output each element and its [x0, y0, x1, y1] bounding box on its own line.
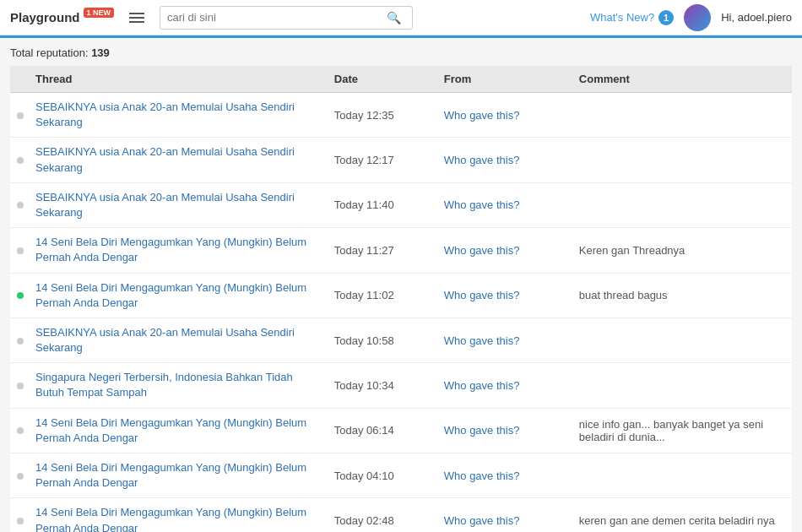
- who-gave-link[interactable]: Who gave this?: [444, 109, 520, 122]
- search-input[interactable]: [167, 11, 387, 24]
- dot-cell: [10, 408, 27, 453]
- thread-link[interactable]: Singapura Negeri Terbersih, Indonesia Ba…: [35, 371, 293, 399]
- who-gave-link[interactable]: Who gave this?: [444, 514, 520, 527]
- date-cell: Today 12:17: [326, 138, 436, 182]
- comment-cell: Keren gan Threadnya: [571, 228, 792, 273]
- hamburger-line-1: [129, 13, 144, 14]
- date-cell: Today 10:58: [326, 318, 436, 362]
- status-dot: [17, 338, 24, 345]
- from-cell: Who gave this?: [436, 408, 571, 453]
- table-row: SEBAIKNYA usia Anak 20-an Memulai Usaha …: [10, 93, 792, 138]
- thread-cell: SEBAIKNYA usia Anak 20-an Memulai Usaha …: [27, 93, 326, 138]
- logo-text: Playground: [10, 10, 80, 24]
- whats-new-label[interactable]: What's New?: [590, 11, 654, 24]
- content-area: Total reputation: 139 Thread Date From C…: [0, 38, 802, 532]
- thread-cell: 14 Seni Bela Diri Mengagumkan Yang (Mung…: [27, 453, 326, 498]
- col-from: From: [436, 66, 571, 93]
- dot-cell: [10, 498, 27, 532]
- dot-cell: [10, 318, 27, 362]
- from-cell: Who gave this?: [436, 273, 571, 318]
- search-box: 🔍: [160, 6, 413, 30]
- who-gave-link[interactable]: Who gave this?: [444, 198, 520, 211]
- thread-cell: 14 Seni Bela Diri Mengagumkan Yang (Mung…: [27, 408, 326, 453]
- thread-link[interactable]: SEBAIKNYA usia Anak 20-an Memulai Usaha …: [35, 191, 295, 219]
- date-cell: Today 12:35: [326, 93, 436, 138]
- table-row: 14 Seni Bela Diri Mengagumkan Yang (Mung…: [10, 273, 792, 318]
- comment-cell: buat thread bagus: [571, 273, 792, 318]
- col-date: Date: [326, 66, 436, 93]
- from-cell: Who gave this?: [436, 93, 571, 138]
- total-reputation: Total reputation: 139: [10, 46, 792, 59]
- dot-cell: [10, 93, 27, 138]
- date-cell: Today 04:10: [326, 453, 436, 498]
- date-cell: Today 02:48: [326, 498, 436, 532]
- comment-cell: [571, 363, 792, 408]
- status-dot: [17, 202, 24, 209]
- header-right: What's New? 1 Hi, adoel.piero: [590, 4, 792, 31]
- thread-cell: Singapura Negeri Terbersih, Indonesia Ba…: [27, 363, 326, 408]
- dot-cell: [10, 182, 27, 227]
- avatar[interactable]: [684, 4, 711, 31]
- thread-cell: 14 Seni Bela Diri Mengagumkan Yang (Mung…: [27, 273, 326, 318]
- comment-cell: nice info gan... banyak banget ya seni b…: [571, 408, 792, 453]
- thread-cell: 14 Seni Bela Diri Mengagumkan Yang (Mung…: [27, 498, 326, 532]
- from-cell: Who gave this?: [436, 318, 571, 362]
- who-gave-link[interactable]: Who gave this?: [444, 154, 520, 166]
- search-icon[interactable]: 🔍: [387, 11, 401, 24]
- status-dot: [17, 292, 24, 299]
- from-cell: Who gave this?: [436, 498, 571, 532]
- who-gave-link[interactable]: Who gave this?: [444, 244, 520, 257]
- status-dot: [17, 247, 24, 254]
- from-cell: Who gave this?: [436, 138, 571, 182]
- who-gave-link[interactable]: Who gave this?: [444, 289, 520, 301]
- date-cell: Today 10:34: [326, 363, 436, 408]
- thread-cell: SEBAIKNYA usia Anak 20-an Memulai Usaha …: [27, 318, 326, 362]
- thread-link[interactable]: 14 Seni Bela Diri Mengagumkan Yang (Mung…: [35, 236, 306, 263]
- who-gave-link[interactable]: Who gave this?: [444, 379, 520, 392]
- dot-cell: [10, 363, 27, 408]
- whats-new-section: What's New? 1: [590, 10, 674, 25]
- col-comment: Comment: [571, 66, 792, 93]
- thread-link[interactable]: 14 Seni Bela Diri Mengagumkan Yang (Mung…: [35, 506, 306, 532]
- date-cell: Today 11:40: [326, 182, 436, 227]
- table-row: Singapura Negeri Terbersih, Indonesia Ba…: [10, 363, 792, 408]
- table-row: 14 Seni Bela Diri Mengagumkan Yang (Mung…: [10, 453, 792, 498]
- comment-cell: [571, 453, 792, 498]
- notification-badge[interactable]: 1: [658, 10, 674, 25]
- thread-link[interactable]: SEBAIKNYA usia Anak 20-an Memulai Usaha …: [35, 145, 295, 173]
- date-cell: Today 11:27: [326, 228, 436, 273]
- thread-link[interactable]: SEBAIKNYA usia Anak 20-an Memulai Usaha …: [35, 326, 295, 354]
- dot-cell: [10, 138, 27, 182]
- who-gave-link[interactable]: Who gave this?: [444, 470, 520, 482]
- username-label: Hi, adoel.piero: [721, 11, 792, 24]
- from-cell: Who gave this?: [436, 363, 571, 408]
- table-row: SEBAIKNYA usia Anak 20-an Memulai Usaha …: [10, 138, 792, 182]
- who-gave-link[interactable]: Who gave this?: [444, 424, 520, 437]
- thread-cell: 14 Seni Bela Diri Mengagumkan Yang (Mung…: [27, 228, 326, 273]
- table-row: 14 Seni Bela Diri Mengagumkan Yang (Mung…: [10, 408, 792, 453]
- dot-cell: [10, 273, 27, 318]
- table-row: SEBAIKNYA usia Anak 20-an Memulai Usaha …: [10, 182, 792, 227]
- logo: Playground 1 NEW: [10, 10, 114, 24]
- comment-cell: [571, 182, 792, 227]
- status-dot: [17, 112, 24, 119]
- comment-cell: [571, 93, 792, 138]
- hamburger-line-3: [129, 21, 144, 23]
- header: Playground 1 NEW 🔍 What's New? 1 Hi, ado…: [0, 0, 802, 35]
- dot-cell: [10, 228, 27, 273]
- hamburger-line-2: [129, 17, 144, 19]
- hamburger-button[interactable]: [122, 9, 151, 26]
- thread-link[interactable]: 14 Seni Bela Diri Mengagumkan Yang (Mung…: [35, 416, 306, 444]
- comment-cell: keren gan ane demen cerita beladiri nya: [571, 498, 792, 532]
- status-dot: [17, 157, 24, 164]
- thread-link[interactable]: 14 Seni Bela Diri Mengagumkan Yang (Mung…: [35, 461, 306, 489]
- table-row: 14 Seni Bela Diri Mengagumkan Yang (Mung…: [10, 228, 792, 273]
- date-cell: Today 06:14: [326, 408, 436, 453]
- from-cell: Who gave this?: [436, 228, 571, 273]
- who-gave-link[interactable]: Who gave this?: [444, 334, 520, 347]
- thread-link[interactable]: SEBAIKNYA usia Anak 20-an Memulai Usaha …: [35, 100, 295, 128]
- comment-cell: [571, 138, 792, 182]
- thread-link[interactable]: 14 Seni Bela Diri Mengagumkan Yang (Mung…: [35, 281, 306, 309]
- new-badge: 1 NEW: [84, 8, 115, 18]
- status-dot: [17, 427, 24, 434]
